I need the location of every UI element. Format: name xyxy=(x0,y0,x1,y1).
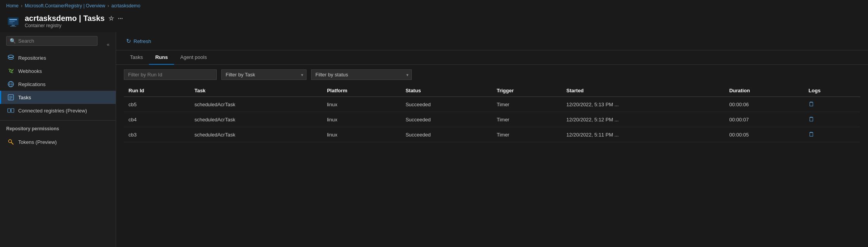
resource-title-block: acrtasksdemo | Tasks ☆ ··· Container reg… xyxy=(25,14,123,28)
repository-permissions-header: Repository permissions xyxy=(0,120,116,134)
cell-started: 12/20/2022, 5:11 PM ... xyxy=(562,127,725,142)
cell-platform: linux xyxy=(322,97,401,112)
table-header-row: Run Id Task Platform Status Trigger Star… xyxy=(124,85,860,97)
cell-logs[interactable]: 🗒 xyxy=(804,97,860,112)
run-id-filter[interactable] xyxy=(124,69,217,80)
svg-rect-6 xyxy=(10,26,16,27)
table-row: cb5 scheduledAcrTask linux Succeeded Tim… xyxy=(124,97,860,112)
replications-icon xyxy=(7,81,14,88)
cell-duration: 00:00:07 xyxy=(724,112,804,127)
cell-duration: 00:00:06 xyxy=(724,97,804,112)
cell-started: 12/20/2022, 5:13 PM ... xyxy=(562,97,725,112)
more-options-icon[interactable]: ··· xyxy=(118,15,123,22)
log-icon[interactable]: 🗒 xyxy=(808,116,815,123)
svg-rect-16 xyxy=(8,109,10,112)
refresh-icon: ↻ xyxy=(126,38,131,45)
status-filter[interactable]: Filter by status xyxy=(311,69,412,80)
breadcrumb-current[interactable]: acrtasksdemo xyxy=(111,3,140,9)
cell-started: 12/20/2022, 5:12 PM ... xyxy=(562,112,725,127)
resource-subtitle: Container registry xyxy=(25,23,123,28)
col-platform: Platform xyxy=(322,85,401,97)
sidebar-section-nav: Tokens (Preview) xyxy=(0,134,116,150)
tasks-label: Tasks xyxy=(18,95,31,100)
col-status: Status xyxy=(401,85,492,97)
sidebar-item-webhooks[interactable]: Webhooks xyxy=(0,64,116,78)
col-duration: Duration xyxy=(724,85,804,97)
cell-platform: linux xyxy=(322,127,401,142)
cell-platform: linux xyxy=(322,112,401,127)
svg-line-20 xyxy=(11,142,13,144)
data-table: Run Id Task Platform Status Trigger Star… xyxy=(116,85,868,247)
cell-status: Succeeded xyxy=(401,97,492,112)
resource-title: acrtasksdemo | Tasks ☆ ··· xyxy=(25,14,123,23)
svg-rect-5 xyxy=(12,25,15,26)
svg-rect-3 xyxy=(9,21,15,22)
col-task: Task xyxy=(190,85,322,97)
breadcrumb: Home › Microsoft.ContainerRegistry | Ove… xyxy=(0,0,868,12)
breadcrumb-sep-1: › xyxy=(21,3,22,9)
resource-header: acrtasksdemo | Tasks ☆ ··· Container reg… xyxy=(0,12,868,32)
repositories-label: Repositories xyxy=(18,55,46,61)
cell-task: scheduledAcrTask xyxy=(190,112,322,127)
col-logs: Logs xyxy=(804,85,860,97)
tab-agent-pools[interactable]: Agent pools xyxy=(174,50,213,65)
cell-trigger: Timer xyxy=(492,127,562,142)
resource-icon xyxy=(6,14,20,28)
breadcrumb-home[interactable]: Home xyxy=(6,3,19,9)
svg-rect-12 xyxy=(8,95,14,100)
search-box[interactable]: 🔍 xyxy=(6,36,98,46)
tasks-icon xyxy=(7,94,14,101)
cell-logs[interactable]: 🗒 xyxy=(804,112,860,127)
sidebar-item-connected-registries[interactable]: Connected registries (Preview) xyxy=(0,104,116,117)
favorite-star-icon[interactable]: ☆ xyxy=(108,15,114,22)
cell-task: scheduledAcrTask xyxy=(190,127,322,142)
sidebar: 🔍 « Repositories xyxy=(0,32,116,247)
toolbar: ↻ Refresh xyxy=(116,32,868,50)
tabs-bar: Tasks Runs Agent pools xyxy=(116,50,868,65)
replications-label: Replications xyxy=(18,81,46,87)
breadcrumb-overview[interactable]: Microsoft.ContainerRegistry | Overview xyxy=(25,3,105,9)
log-icon[interactable]: 🗒 xyxy=(808,101,815,107)
tokens-icon xyxy=(7,138,14,145)
sidebar-item-tasks[interactable]: Tasks xyxy=(0,91,116,104)
table-row: cb4 scheduledAcrTask linux Succeeded Tim… xyxy=(124,112,860,127)
refresh-label: Refresh xyxy=(134,38,151,44)
webhooks-label: Webhooks xyxy=(18,68,42,74)
connected-registries-label: Connected registries (Preview) xyxy=(18,108,87,114)
search-icon: 🔍 xyxy=(10,38,16,44)
status-filter-wrapper: Filter by status ▾ xyxy=(311,69,412,80)
webhooks-icon xyxy=(7,67,14,74)
sidebar-item-replications[interactable]: Replications xyxy=(0,78,116,91)
sidebar-collapse-button[interactable]: « xyxy=(104,39,113,50)
cell-run-id: cb3 xyxy=(124,127,190,142)
filters-row: Filter by Task ▾ Filter by status ▾ xyxy=(116,65,868,85)
svg-rect-17 xyxy=(11,109,14,112)
col-trigger: Trigger xyxy=(492,85,562,97)
tokens-label: Tokens (Preview) xyxy=(18,139,57,145)
svg-rect-4 xyxy=(9,22,13,23)
svg-rect-2 xyxy=(9,19,17,20)
tab-runs[interactable]: Runs xyxy=(149,50,174,65)
connected-registries-icon xyxy=(7,107,14,114)
main-layout: 🔍 « Repositories xyxy=(0,32,868,247)
search-input[interactable] xyxy=(18,38,94,44)
cell-run-id: cb5 xyxy=(124,97,190,112)
col-started: Started xyxy=(562,85,725,97)
col-run-id: Run Id xyxy=(124,85,190,97)
cell-task: scheduledAcrTask xyxy=(190,97,322,112)
cell-duration: 00:00:05 xyxy=(724,127,804,142)
sidebar-item-repositories[interactable]: Repositories xyxy=(0,51,116,64)
task-filter[interactable]: Filter by Task xyxy=(221,69,306,80)
refresh-button[interactable]: ↻ Refresh xyxy=(124,36,154,46)
sidebar-item-tokens[interactable]: Tokens (Preview) xyxy=(0,135,116,149)
cell-logs[interactable]: 🗒 xyxy=(804,127,860,142)
breadcrumb-sep-2: › xyxy=(108,3,109,9)
resource-title-text: acrtasksdemo | Tasks xyxy=(25,14,104,23)
content-area: ↻ Refresh Tasks Runs Agent pools Filter … xyxy=(116,32,868,247)
svg-point-7 xyxy=(8,55,14,57)
sidebar-nav: Repositories Webhooks xyxy=(0,50,116,119)
tab-tasks[interactable]: Tasks xyxy=(124,50,149,65)
table-row: cb3 scheduledAcrTask linux Succeeded Tim… xyxy=(124,127,860,142)
cell-status: Succeeded xyxy=(401,127,492,142)
log-icon[interactable]: 🗒 xyxy=(808,131,815,138)
